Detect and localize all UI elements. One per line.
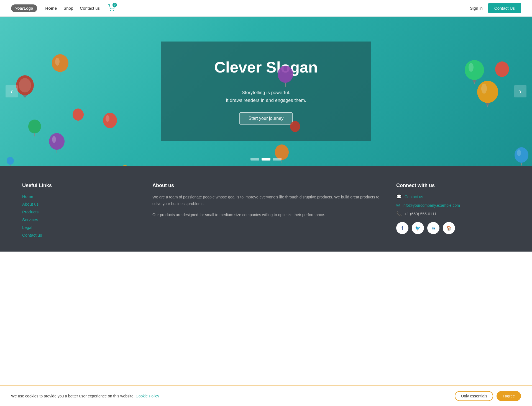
nav-item-contact[interactable]: Contact us (80, 6, 100, 11)
svg-marker-26 (472, 80, 476, 82)
phone-icon: 📞 (396, 211, 402, 216)
nav-item-shop[interactable]: Shop (63, 6, 73, 11)
balloon-5 (72, 108, 85, 124)
svg-point-29 (477, 81, 498, 103)
svg-point-30 (481, 84, 487, 94)
svg-point-27 (495, 61, 509, 77)
svg-point-40 (290, 121, 300, 132)
svg-point-19 (106, 115, 109, 122)
footer-link-home[interactable]: Home (22, 194, 136, 199)
svg-point-35 (515, 147, 528, 163)
svg-marker-32 (486, 103, 490, 105)
carousel-dots (250, 158, 282, 161)
connect-phone: 📞 +1 (650) 555-0111 (396, 211, 510, 216)
hero-subtitle: Storytelling is powerful. It draws reade… (183, 89, 349, 104)
nav-right: Sign in Contact Us (470, 3, 521, 13)
svg-point-14 (73, 108, 84, 121)
svg-point-33 (278, 66, 293, 83)
svg-point-0 (110, 10, 111, 11)
footer-link-services[interactable]: Services (22, 217, 136, 222)
svg-point-18 (103, 113, 117, 128)
balloon-7 (103, 112, 118, 132)
balloon-r7 (290, 120, 301, 135)
connect-email-link[interactable]: info@yourcompany.example.com (403, 203, 460, 208)
connect-title: Connect with us (396, 183, 510, 188)
social-linkedin[interactable]: in (427, 222, 439, 234)
footer-link-about[interactable]: About us (22, 202, 136, 207)
nav-links: Home Shop Contact us (45, 6, 100, 11)
dot-1[interactable] (250, 158, 259, 161)
svg-point-24 (469, 63, 474, 72)
connect-phone-text: +1 (650) 555-0111 (405, 212, 437, 216)
nav-left: YourLogo Home Shop Contact us 0 (11, 4, 115, 12)
svg-point-9 (28, 120, 41, 133)
balloon-2 (51, 54, 69, 76)
footer-connect: Connect with us 💬 Contact us ✉ info@your… (396, 183, 510, 241)
footer: Useful Links Home About us Products Serv… (0, 166, 532, 252)
footer-link-contact[interactable]: Contact us (22, 233, 136, 238)
connect-contact: 💬 Contact us (396, 194, 510, 199)
footer-useful-links: Useful Links Home About us Products Serv… (22, 183, 136, 241)
sign-in-link[interactable]: Sign in (470, 6, 483, 11)
connect-contact-link[interactable]: Contact us (405, 195, 423, 199)
social-twitter[interactable]: 🐦 (412, 222, 424, 234)
email-icon: ✉ (396, 203, 400, 208)
useful-links-title: Useful Links (22, 183, 136, 188)
balloon-1 (15, 75, 35, 100)
about-title: About us (152, 183, 380, 188)
hero-section: ‹ Clever Slogan Storytelling is powerful… (0, 17, 532, 166)
footer-grid: Useful Links Home About us Products Serv… (22, 183, 510, 241)
contact-us-button[interactable]: Contact Us (488, 3, 521, 13)
dot-2[interactable] (262, 158, 270, 161)
logo[interactable]: YourLogo (11, 4, 37, 12)
svg-point-21 (120, 165, 130, 166)
carousel-prev-button[interactable]: ‹ (6, 85, 18, 97)
balloon-6 (6, 156, 14, 166)
connect-email: ✉ info@yourcompany.example.com (396, 203, 510, 208)
svg-point-11 (49, 133, 65, 150)
social-home[interactable]: 🏠 (443, 222, 455, 234)
svg-point-3 (19, 78, 31, 92)
svg-marker-5 (23, 95, 27, 97)
navbar: YourLogo Home Shop Contact us 0 Sign in … (0, 0, 532, 17)
svg-point-23 (465, 60, 484, 80)
chat-icon: 💬 (396, 194, 402, 199)
dot-3[interactable] (273, 158, 282, 161)
footer-about: About us We are a team of passionate peo… (152, 183, 380, 241)
cart-count: 0 (112, 3, 117, 7)
balloon-r2 (495, 61, 510, 80)
balloon-r4 (277, 65, 294, 87)
balloon-r5 (514, 147, 529, 166)
about-p1: We are a team of passionate people whose… (152, 194, 380, 207)
footer-links-list: Home About us Products Services Legal Co… (22, 194, 136, 238)
about-p2: Our products are designed for small to m… (152, 212, 380, 218)
social-icons: f 🐦 in 🏠 (396, 222, 510, 234)
svg-point-36 (517, 149, 521, 156)
balloon-4 (48, 133, 65, 154)
carousel-next-button[interactable]: › (514, 85, 526, 97)
hero-title: Clever Slogan (183, 58, 349, 76)
nav-item-home[interactable]: Home (45, 6, 57, 11)
cart-icon[interactable]: 0 (108, 4, 115, 12)
footer-link-products[interactable]: Products (22, 210, 136, 214)
footer-link-legal[interactable]: Legal (22, 225, 136, 230)
balloon-3 (28, 119, 42, 137)
svg-point-7 (55, 58, 60, 66)
svg-point-1 (113, 10, 114, 11)
balloon-8 (119, 165, 131, 166)
svg-point-6 (52, 54, 68, 72)
svg-point-12 (52, 136, 56, 143)
balloon-r3 (477, 80, 499, 108)
svg-point-16 (7, 157, 14, 165)
social-facebook[interactable]: f (396, 222, 408, 234)
hero-cta-button[interactable]: Start your journey (239, 112, 293, 125)
hero-content: Clever Slogan Storytelling is powerful. … (161, 42, 371, 141)
